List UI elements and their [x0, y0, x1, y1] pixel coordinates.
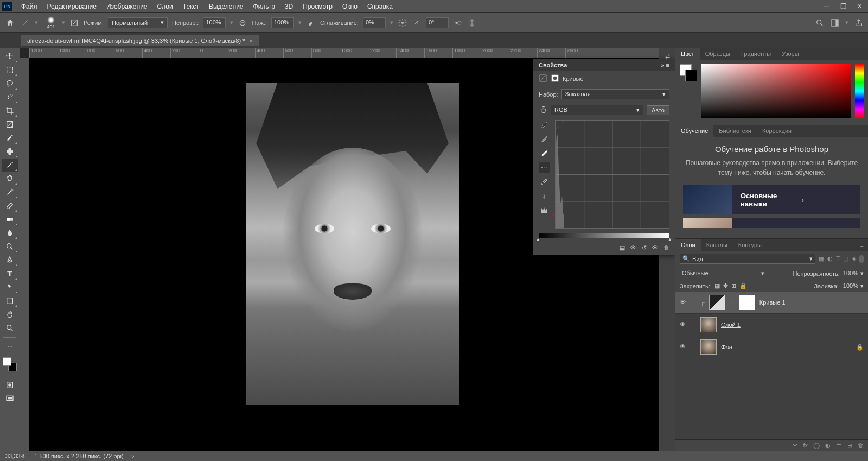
lasso-tool[interactable] — [2, 77, 18, 90]
tab-swatches[interactable]: Образцы — [700, 48, 736, 60]
edit-toolbar-icon[interactable]: ⋯ — [2, 340, 18, 353]
brush-panel-icon[interactable] — [69, 18, 79, 28]
tab-paths[interactable]: Контуры — [733, 239, 767, 251]
smooth-input[interactable]: 0% — [363, 17, 386, 28]
document-tab[interactable]: alireza-dolati-owFmHMC4QAI-unsplash.jpg … — [21, 35, 259, 46]
screen-mode-icon[interactable] — [2, 392, 18, 405]
zoom-tool[interactable] — [2, 321, 18, 334]
toggle-visibility-icon[interactable]: 👁 — [652, 244, 658, 251]
blur-tool[interactable] — [2, 226, 18, 239]
tab-learn[interactable]: Обучение — [675, 125, 713, 137]
filter-pixel-icon[interactable]: ▦ — [819, 255, 824, 262]
delete-adjustment-icon[interactable]: 🗑 — [663, 244, 669, 251]
clip-icon[interactable]: ⬓ — [620, 244, 625, 251]
minimize-icon[interactable]: ─ — [819, 2, 829, 10]
clone-tool[interactable] — [2, 172, 18, 185]
layer-background[interactable]: 👁 Фон 🔒 — [675, 336, 868, 358]
preset-select[interactable]: Заказная▾ — [561, 89, 669, 99]
menu-view[interactable]: Просмотр — [298, 3, 337, 10]
symmetry-icon[interactable] — [467, 18, 477, 28]
layer-curves[interactable]: 👁 ┌ 𝄖 Кривые 1 — [675, 292, 868, 314]
reset-icon[interactable]: ↺ — [642, 244, 647, 251]
sample-white-icon[interactable] — [539, 148, 550, 159]
tab-channels[interactable]: Каналы — [701, 239, 733, 251]
group-icon[interactable]: 🗀 — [836, 442, 842, 449]
healing-tool[interactable] — [2, 145, 18, 158]
hand-tool[interactable] — [2, 308, 18, 321]
flow-input[interactable]: 100% — [271, 17, 294, 28]
sample-gray-icon[interactable] — [539, 134, 550, 145]
layer-thumb[interactable] — [700, 317, 717, 332]
panel-menu-icon[interactable]: ≡ — [856, 48, 868, 60]
mask-thumb[interactable] — [739, 295, 755, 310]
brush-preset[interactable]: 401 ▾ — [42, 14, 65, 31]
quick-mask-icon[interactable] — [2, 378, 18, 391]
angle-icon[interactable]: ⊿ — [412, 18, 422, 28]
menu-image[interactable]: Изображение — [101, 3, 152, 10]
curves-graph[interactable]: ↑ — [555, 120, 669, 229]
frame-tool[interactable] — [2, 118, 18, 131]
workspace-icon[interactable] — [830, 18, 840, 28]
view-previous-icon[interactable]: 👁 — [630, 244, 636, 251]
share-icon[interactable] — [854, 18, 864, 28]
shape-tool[interactable] — [2, 294, 18, 307]
layer-name[interactable]: Фон — [721, 344, 732, 350]
smooth-gear-icon[interactable] — [398, 18, 407, 28]
panel-menu-icon[interactable]: » ≡ — [661, 62, 669, 68]
panel-menu-icon[interactable]: ≡ — [856, 239, 868, 251]
dodge-tool[interactable] — [2, 240, 18, 253]
lock-pixels-icon[interactable]: ▦ — [714, 282, 720, 289]
quick-select-tool[interactable] — [2, 91, 18, 104]
panel-menu-icon[interactable]: ≡ — [856, 125, 868, 137]
menu-edit[interactable]: Редактирование — [42, 3, 101, 10]
menu-layers[interactable]: Слои — [152, 3, 178, 10]
pencil-icon[interactable] — [539, 176, 550, 187]
link-layers-icon[interactable]: ⚯ — [793, 442, 797, 449]
layer-1[interactable]: 👁 Слой 1 — [675, 314, 868, 336]
path-select-tool[interactable] — [2, 281, 18, 294]
filter-adjust-icon[interactable]: ◐ — [827, 255, 833, 262]
status-chevron-icon[interactable]: › — [132, 453, 135, 459]
lock-all-icon[interactable]: 🔒 — [739, 282, 747, 289]
menu-3d[interactable]: 3D — [280, 3, 298, 10]
angle-input[interactable]: 0° — [426, 17, 449, 28]
home-icon[interactable] — [4, 17, 16, 29]
pen-tool[interactable] — [2, 254, 18, 267]
learn-card-basics[interactable]: Основные навыки › — [683, 185, 860, 214]
lock-artboard-icon[interactable]: ⊞ — [731, 282, 736, 289]
learn-card-next[interactable] — [683, 218, 860, 228]
color-picker[interactable] — [701, 64, 851, 118]
eyedropper-tool[interactable] — [2, 131, 18, 144]
marquee-tool[interactable] — [2, 64, 18, 77]
channel-select[interactable]: RGB▾ — [551, 105, 643, 115]
layer-thumb[interactable] — [700, 339, 717, 355]
layer-opacity-input[interactable]: 100%▾ — [843, 270, 864, 277]
eraser-tool[interactable] — [2, 199, 18, 212]
curve-edit-icon[interactable]: 〰 — [539, 162, 550, 173]
layer-name[interactable]: Кривые 1 — [760, 299, 786, 306]
maximize-icon[interactable]: ❐ — [835, 2, 845, 10]
color-swatches[interactable] — [3, 357, 17, 371]
fill-input[interactable]: 100%▾ — [843, 282, 864, 289]
menu-help[interactable]: Справка — [362, 3, 398, 10]
airbrush-icon[interactable] — [306, 18, 316, 28]
layer-style-icon[interactable]: fx — [803, 442, 808, 449]
move-tool[interactable] — [2, 50, 18, 63]
layer-thumb[interactable] — [709, 295, 725, 310]
type-tool[interactable] — [2, 267, 18, 280]
tab-patterns[interactable]: Узоры — [776, 48, 804, 60]
layer-mask-icon[interactable]: ◯ — [813, 442, 820, 449]
menu-file[interactable]: Файл — [16, 3, 42, 10]
search-icon[interactable] — [815, 18, 825, 28]
blend-mode-select[interactable]: Нормальный▾ — [108, 17, 168, 28]
tab-libraries[interactable]: Библиотеки — [713, 125, 757, 137]
smooth-curve-icon[interactable]: ⤵ — [539, 191, 550, 201]
pressure-opacity-icon[interactable] — [238, 18, 247, 28]
close-tab-icon[interactable]: × — [249, 37, 252, 44]
lock-position-icon[interactable]: ✥ — [723, 282, 728, 289]
history-brush-tool[interactable] — [2, 186, 18, 199]
crop-tool[interactable] — [2, 104, 18, 117]
visibility-icon[interactable]: 👁 — [680, 299, 687, 306]
menu-filter[interactable]: Фильтр — [248, 3, 280, 10]
sample-black-icon[interactable] — [539, 120, 550, 131]
